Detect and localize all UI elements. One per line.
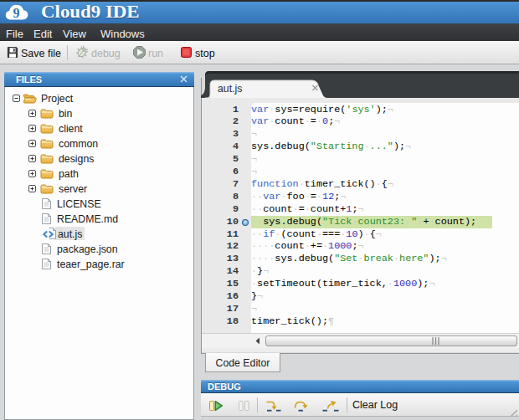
- svg-text:9: 9: [13, 6, 20, 20]
- svg-text:aut.js: aut.js: [218, 83, 242, 95]
